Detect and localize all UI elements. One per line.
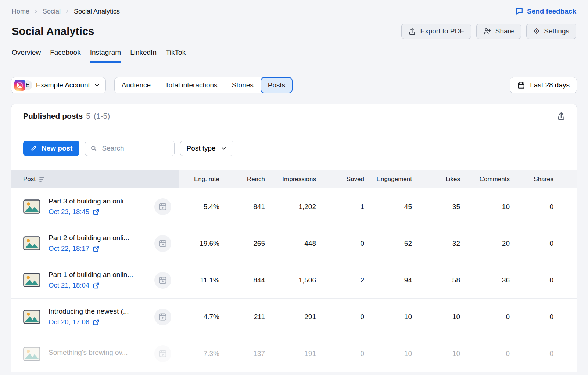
breadcrumb-home[interactable]: Home (12, 8, 29, 15)
tab-tiktok[interactable]: TikTok (166, 48, 186, 63)
export-to-pdf-label: Export to PDF (420, 27, 464, 35)
date-range-label: Last 28 days (530, 81, 570, 89)
column-header-shares[interactable]: Shares (510, 170, 553, 188)
feedback-bubble-icon (515, 7, 523, 15)
post-date-link[interactable]: Oct 21, 18:04 (49, 281, 146, 289)
segment-posts[interactable]: Posts (261, 77, 293, 93)
upload-icon (408, 28, 416, 35)
cell-likes: 32 (412, 225, 460, 262)
column-header-spacer (553, 170, 577, 188)
pencil-icon (30, 145, 37, 152)
cell-comments: 20 (460, 225, 510, 262)
column-header-engagement[interactable]: Engagement (364, 170, 412, 188)
post-date: Oct 23, 18:45 (49, 208, 89, 216)
column-header-post[interactable]: Post (11, 170, 179, 188)
published-posts-card: Published posts 5 (1-5) New post Post ty… (11, 104, 577, 372)
column-label: Post (23, 176, 36, 183)
panel-count: 5 (86, 112, 90, 120)
chevron-down-icon (94, 82, 100, 89)
cell-eng-rate: 11.1% (179, 262, 219, 298)
cell-comments: 36 (460, 262, 510, 298)
post-title: Part 1 of building an onlin... (49, 271, 146, 279)
cell-engagement: 10 (364, 335, 412, 372)
tab-overview[interactable]: Overview (12, 48, 41, 63)
table-row: Part 1 of building an onlin... Oct 21, 1… (11, 262, 577, 299)
column-header-likes[interactable]: Likes (412, 170, 460, 188)
post-type-dropdown[interactable]: Post type (180, 141, 233, 156)
table-row: Something's brewing ov... 7.3% 137 191 0… (11, 335, 577, 372)
column-header-impressions[interactable]: Impressions (265, 170, 316, 188)
tab-facebook[interactable]: Facebook (50, 48, 80, 63)
export-to-pdf-button[interactable]: Export to PDF (401, 24, 471, 39)
column-header-saved[interactable]: Saved (316, 170, 364, 188)
post-title: Introducing the newest (... (49, 307, 146, 315)
cell-saved: 0 (316, 335, 364, 372)
post-cell: Introducing the newest (... Oct 20, 17:0… (11, 307, 179, 326)
cell-comments: 0 (460, 335, 510, 372)
cell-shares: 0 (510, 335, 553, 372)
table-header: Post Eng. rate Reach Impressions Saved E… (11, 170, 577, 188)
post-title: Part 2 of building an onli... (49, 234, 146, 242)
image-placeholder-icon (23, 273, 40, 287)
breadcrumb-social[interactable]: Social (43, 8, 61, 15)
post-cell: Part 2 of building an onli... Oct 22, 18… (11, 234, 179, 253)
header-actions: Export to PDF Share ⚙ Settings (401, 24, 576, 39)
external-link-icon (93, 209, 100, 216)
column-header-eng-rate[interactable]: Eng. rate (179, 170, 219, 188)
settings-button[interactable]: ⚙ Settings (526, 24, 576, 39)
post-date-link[interactable]: Oct 22, 18:17 (49, 245, 146, 253)
table-row: Part 2 of building an onli... Oct 22, 18… (11, 225, 577, 262)
breadcrumb: Home Social Social Analytics (12, 8, 120, 15)
chevron-right-icon (33, 8, 39, 14)
instagram-logo-icon (14, 80, 25, 91)
tab-linkedin[interactable]: LinkedIn (130, 48, 157, 63)
post-date: Oct 21, 18:04 (49, 281, 89, 289)
post-date: Oct 22, 18:17 (49, 245, 89, 253)
external-link-icon (93, 245, 100, 252)
card-header: Published posts 5 (1-5) (11, 104, 577, 128)
column-header-comments[interactable]: Comments (460, 170, 510, 188)
cell-engagement: 45 (364, 188, 412, 225)
posts-toolbar: New post Post type (11, 128, 577, 170)
search-box (85, 141, 175, 156)
cell-reach: 844 (219, 262, 265, 298)
export-table-button[interactable] (557, 112, 566, 120)
image-placeholder-icon (23, 310, 40, 324)
send-feedback-link[interactable]: Send feedback (515, 7, 576, 15)
cell-engagement: 94 (364, 262, 412, 298)
date-range-button[interactable]: Last 28 days (510, 77, 577, 93)
page-title: Social Analytics (12, 25, 94, 37)
share-label: Share (495, 27, 514, 35)
account-selector[interactable]: E Example Account (11, 77, 106, 93)
post-cell: Part 3 of building an onli... Oct 23, 18… (11, 197, 179, 216)
cell-shares: 0 (510, 188, 553, 225)
cell-eng-rate: 5.4% (179, 188, 219, 225)
segment-audience[interactable]: Audience (114, 77, 158, 93)
sort-icon[interactable] (39, 177, 44, 182)
table-row: Part 3 of building an onli... Oct 23, 18… (11, 188, 577, 225)
share-button[interactable]: Share (476, 24, 521, 39)
cell-saved: 0 (316, 225, 364, 262)
new-post-button[interactable]: New post (23, 141, 79, 156)
tab-instagram[interactable]: Instagram (90, 48, 121, 63)
external-link-icon (93, 282, 100, 289)
post-date-link[interactable]: Oct 23, 18:45 (49, 208, 146, 216)
cell-impressions: 191 (265, 335, 316, 372)
search-input[interactable] (101, 144, 169, 153)
column-header-reach[interactable]: Reach (219, 170, 265, 188)
person-plus-icon (483, 27, 491, 35)
divider (547, 111, 547, 121)
cell-saved: 2 (316, 262, 364, 298)
cell-saved: 0 (316, 299, 364, 335)
cell-likes: 35 (412, 188, 460, 225)
send-feedback-label: Send feedback (527, 7, 576, 15)
cell-saved: 1 (316, 188, 364, 225)
segment-stories[interactable]: Stories (225, 77, 261, 93)
cell-comments: 10 (460, 188, 510, 225)
post-date-link[interactable]: Oct 20, 17:06 (49, 318, 146, 326)
table-row: Introducing the newest (... Oct 20, 17:0… (11, 299, 577, 335)
panel-title: Published posts (23, 112, 83, 120)
cell-reach: 841 (219, 188, 265, 225)
segment-total-interactions[interactable]: Total interactions (158, 77, 225, 93)
chevron-down-icon (220, 145, 227, 152)
